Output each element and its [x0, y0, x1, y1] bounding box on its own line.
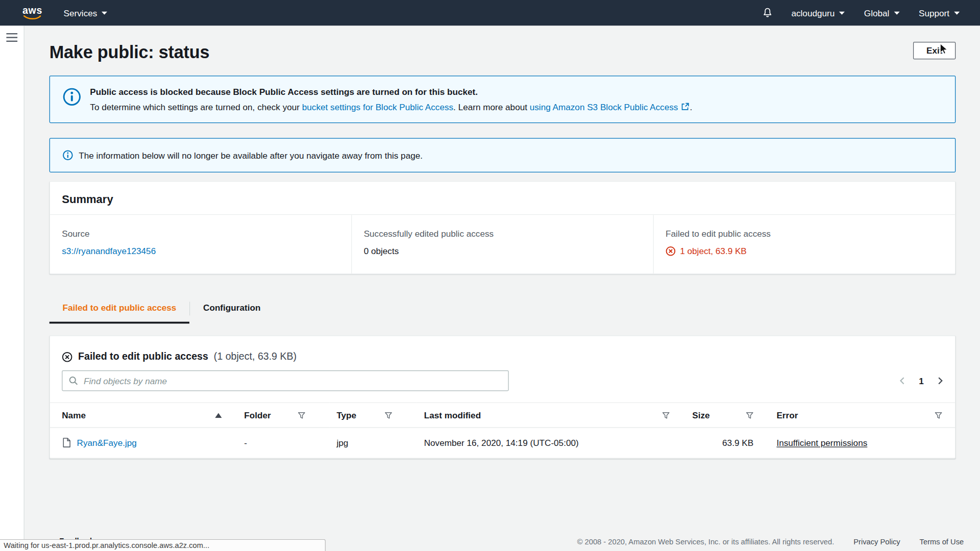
table-row: Ryan&Faye.jpg - jpg November 16, 2020, 1…	[50, 428, 955, 458]
alert-body-mid: . Learn more about	[453, 102, 530, 112]
pagination: 1	[899, 376, 943, 386]
column-header-size[interactable]: Size	[685, 403, 769, 428]
summary-columns: Source s3://ryanandfaye123456 Successful…	[50, 215, 955, 273]
column-header-error[interactable]: Error	[769, 403, 955, 428]
summary-success-column: Successfully edited public access 0 obje…	[351, 215, 653, 273]
column-header-folder[interactable]: Folder	[237, 403, 329, 428]
previous-page-icon[interactable]	[899, 377, 905, 385]
region-menu-label: Global	[864, 8, 890, 18]
aws-logo[interactable]: aws	[22, 6, 42, 20]
current-page-number[interactable]: 1	[919, 376, 924, 386]
console-footer: © 2008 - 2020, Amazon Web Services, Inc.…	[577, 537, 964, 546]
summary-card: Summary Source s3://ryanandfaye123456 Su…	[50, 181, 956, 274]
tab-configuration[interactable]: Configuration	[190, 293, 274, 323]
failed-label: Failed to edit public access	[666, 228, 943, 240]
external-link-icon[interactable]	[681, 103, 689, 111]
top-navigation-bar: aws Services acloudguru Global	[0, 0, 980, 26]
file-icon	[62, 437, 71, 448]
summary-source-column: Source s3://ryanandfaye123456	[50, 215, 351, 273]
source-bucket-link[interactable]: s3://ryanandfaye123456	[62, 246, 156, 256]
failed-objects-table: Name Folder Type	[50, 403, 955, 458]
bucket-settings-link[interactable]: bucket settings for Block Public Access	[302, 102, 453, 112]
panel-header: Failed to edit public access (1 object, …	[50, 336, 955, 362]
page-title: Make public: status	[50, 42, 210, 63]
object-size-cell: 63.9 KB	[685, 428, 769, 458]
top-nav-right-group: acloudguru Global Support	[763, 8, 960, 18]
browser-status-bar: Waiting for us-east-1.prod.pr.analytics.…	[0, 539, 326, 551]
alert-body: To determine which settings are turned o…	[90, 101, 692, 113]
block-public-access-docs-link[interactable]: using Amazon S3 Block Public Access	[530, 102, 678, 112]
alert-body-pre: To determine which settings are turned o…	[90, 102, 302, 112]
public-access-blocked-alert: Public access is blocked because Block P…	[50, 76, 956, 123]
object-folder-cell: -	[237, 428, 329, 458]
object-error-cell[interactable]: Insufficient permissions	[776, 438, 867, 448]
summary-title: Summary	[50, 182, 955, 215]
search-icon	[69, 376, 78, 385]
account-menu[interactable]: acloudguru	[791, 8, 845, 18]
navigate-away-text: The information below will no longer be …	[79, 150, 423, 160]
aws-smile-icon	[23, 15, 42, 20]
privacy-policy-link[interactable]: Privacy Policy	[853, 537, 900, 546]
panel-toolbar: 1	[50, 362, 955, 391]
filter-funnel-icon[interactable]	[297, 411, 305, 419]
error-circle-icon	[666, 246, 676, 256]
chevron-down-icon	[894, 11, 900, 14]
region-menu[interactable]: Global	[864, 8, 900, 18]
summary-failed-column: Failed to edit public access 1 object, 6…	[653, 215, 955, 273]
menu-hamburger-icon[interactable]	[6, 33, 17, 42]
navigate-away-info-alert: The information below will no longer be …	[50, 138, 956, 172]
status-tabs: Failed to edit public access Configurati…	[50, 293, 956, 323]
alert-text: Public access is blocked because Block P…	[90, 86, 692, 113]
notifications-bell-icon[interactable]	[763, 8, 773, 18]
chevron-down-icon	[102, 11, 108, 14]
filter-funnel-icon[interactable]	[746, 411, 754, 419]
failed-value: 1 object, 63.9 KB	[680, 245, 747, 257]
table-header-row: Name Folder Type	[50, 403, 955, 428]
alert-heading: Public access is blocked because Block P…	[90, 86, 692, 98]
collapsed-side-navigation	[0, 26, 24, 551]
services-menu-label: Services	[64, 8, 97, 18]
success-label: Successfully edited public access	[364, 228, 642, 240]
alert-body-end: .	[690, 102, 692, 112]
support-menu-label: Support	[919, 8, 949, 18]
source-label: Source	[62, 228, 339, 240]
account-menu-label: acloudguru	[791, 8, 835, 18]
success-value: 0 objects	[364, 245, 642, 257]
info-icon	[62, 150, 73, 161]
copyright-text: © 2008 - 2020, Amazon Web Services, Inc.…	[577, 537, 835, 546]
filter-funnel-icon[interactable]	[662, 411, 670, 419]
exit-button[interactable]: Exit	[913, 42, 955, 59]
column-header-name[interactable]: Name	[50, 403, 237, 428]
object-name-link[interactable]: Ryan&Faye.jpg	[77, 438, 137, 448]
next-page-icon[interactable]	[938, 377, 943, 385]
object-type-cell: jpg	[329, 428, 416, 458]
search-input[interactable]	[62, 370, 509, 391]
aws-logo-text: aws	[22, 6, 42, 15]
panel-title: Failed to edit public access	[78, 351, 208, 362]
object-search	[62, 370, 509, 391]
filter-funnel-icon[interactable]	[385, 411, 393, 419]
failed-objects-panel: Failed to edit public access (1 object, …	[50, 336, 956, 459]
sort-ascending-icon[interactable]	[215, 413, 222, 418]
failed-value-row: 1 object, 63.9 KB	[666, 245, 943, 257]
tab-failed-to-edit[interactable]: Failed to edit public access	[50, 293, 189, 323]
aws-console-page: aws Services acloudguru Global	[0, 0, 980, 551]
panel-object-count: (1 object, 63.9 KB)	[214, 351, 297, 362]
page-header: Make public: status Exit	[50, 42, 956, 63]
column-header-last-modified[interactable]: Last modified	[416, 403, 685, 428]
chevron-down-icon	[839, 11, 845, 14]
chevron-down-icon	[954, 11, 960, 14]
terms-of-use-link[interactable]: Terms of Use	[920, 537, 964, 546]
support-menu[interactable]: Support	[919, 8, 960, 18]
filter-funnel-icon[interactable]	[935, 411, 943, 419]
column-header-type[interactable]: Type	[329, 403, 416, 428]
object-last-modified-cell: November 16, 2020, 14:19 (UTC-05:00)	[416, 428, 685, 458]
info-icon	[62, 87, 81, 106]
error-circle-icon	[62, 352, 72, 362]
services-menu[interactable]: Services	[64, 8, 108, 18]
main-content: Make public: status Exit Public access i…	[50, 26, 956, 458]
